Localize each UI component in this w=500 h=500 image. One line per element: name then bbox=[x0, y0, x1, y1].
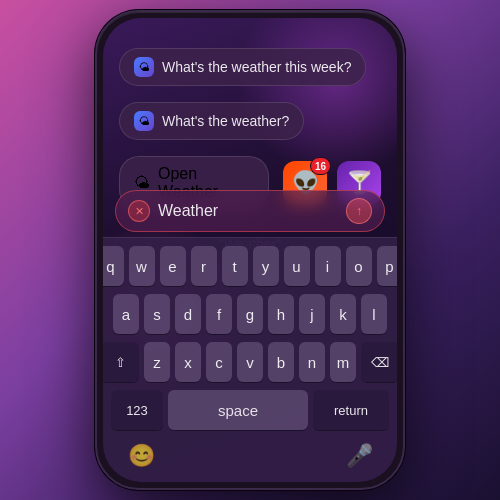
space-key[interactable]: space bbox=[168, 390, 308, 430]
key-u[interactable]: u bbox=[284, 246, 310, 286]
key-t[interactable]: t bbox=[222, 246, 248, 286]
suggestion-pill-1[interactable]: 🌤 What's the weather this week? bbox=[119, 48, 366, 86]
key-w[interactable]: w bbox=[129, 246, 155, 286]
search-cancel-icon[interactable]: ✕ bbox=[128, 200, 150, 222]
suggestion-text-1: What's the weather this week? bbox=[162, 59, 351, 75]
key-z[interactable]: z bbox=[144, 342, 170, 382]
mic-icon[interactable]: 🎤 bbox=[345, 442, 373, 470]
key-r[interactable]: r bbox=[191, 246, 217, 286]
search-submit-button[interactable]: ↑ bbox=[346, 198, 372, 224]
suggestion-icon-2: 🌤 bbox=[134, 111, 154, 131]
submit-arrow-icon: ↑ bbox=[356, 204, 362, 218]
keyboard-row-3: ⇧ z x c v b n m ⌫ bbox=[107, 342, 393, 382]
suggestion-text-2: What's the weather? bbox=[162, 113, 289, 129]
key-k[interactable]: k bbox=[330, 294, 356, 334]
key-p[interactable]: p bbox=[377, 246, 398, 286]
backspace-key[interactable]: ⌫ bbox=[361, 342, 397, 382]
key-o[interactable]: o bbox=[346, 246, 372, 286]
shift-key[interactable]: ⇧ bbox=[103, 342, 139, 382]
key-s[interactable]: s bbox=[144, 294, 170, 334]
key-e[interactable]: e bbox=[160, 246, 186, 286]
keyboard-row-2: a s d f g h j k l bbox=[107, 294, 393, 334]
keyboard-bottom-bar: 😊 🎤 bbox=[107, 438, 393, 478]
key-g[interactable]: g bbox=[237, 294, 263, 334]
key-m[interactable]: m bbox=[330, 342, 356, 382]
search-bar[interactable]: ✕ Weather ↑ bbox=[115, 190, 385, 232]
phone-frame: 🌤 What's the weather this week? 🌤 What's… bbox=[95, 10, 405, 490]
keyboard: q w e r t y u i o p a s d f g h j k bbox=[103, 237, 397, 482]
suggestion-icon-1: 🌤 bbox=[134, 57, 154, 77]
key-f[interactable]: f bbox=[206, 294, 232, 334]
suggestions-area: 🌤 What's the weather this week? 🌤 What's… bbox=[119, 48, 381, 210]
search-input[interactable]: Weather bbox=[158, 202, 338, 220]
key-y[interactable]: y bbox=[253, 246, 279, 286]
phone-screen: 🌤 What's the weather this week? 🌤 What's… bbox=[103, 18, 397, 482]
emoji-icon[interactable]: 😊 bbox=[127, 442, 155, 470]
key-c[interactable]: c bbox=[206, 342, 232, 382]
key-v[interactable]: v bbox=[237, 342, 263, 382]
number-switch-key[interactable]: 123 bbox=[111, 390, 163, 430]
suggestion-pill-2[interactable]: 🌤 What's the weather? bbox=[119, 102, 304, 140]
keyboard-row-1: q w e r t y u i o p bbox=[107, 246, 393, 286]
key-a[interactable]: a bbox=[113, 294, 139, 334]
key-h[interactable]: h bbox=[268, 294, 294, 334]
key-q[interactable]: q bbox=[103, 246, 124, 286]
key-x[interactable]: x bbox=[175, 342, 201, 382]
key-b[interactable]: b bbox=[268, 342, 294, 382]
key-i[interactable]: i bbox=[315, 246, 341, 286]
keyboard-row-4: 123 space return bbox=[107, 390, 393, 430]
key-n[interactable]: n bbox=[299, 342, 325, 382]
key-l[interactable]: l bbox=[361, 294, 387, 334]
return-key[interactable]: return bbox=[313, 390, 389, 430]
key-j[interactable]: j bbox=[299, 294, 325, 334]
key-d[interactable]: d bbox=[175, 294, 201, 334]
reddit-badge: 16 bbox=[310, 157, 331, 175]
